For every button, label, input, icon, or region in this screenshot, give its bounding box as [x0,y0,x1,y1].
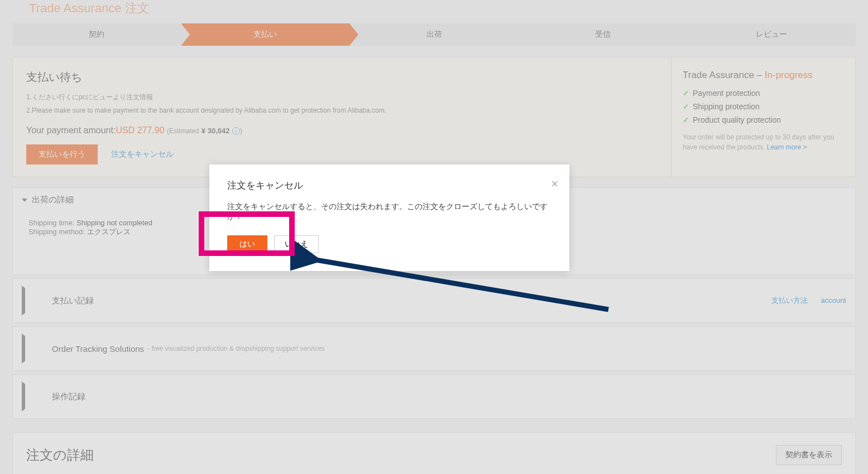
cancel-order-modal: × 注文をキャンセル 注文をキャンセルすると、その注文は失われます。この注文をク… [209,165,569,271]
order-tracking-title: Order Tracking Solutions [52,344,144,354]
operation-log-header[interactable]: 操作記録 [13,375,855,418]
check-icon: ✓ [683,102,689,111]
payment-amount-line: Your payment amount:USD 277.90 (Estimate… [26,125,658,136]
order-tracking-panel: Order Tracking Solutions - free visualiz… [12,326,856,371]
caret-right-icon [22,333,47,364]
modal-title: 注文をキャンセル [227,179,552,192]
payment-estimated-label: (Estimated [167,127,199,135]
order-tracking-header[interactable]: Order Tracking Solutions - free visualiz… [13,327,855,370]
show-contract-button[interactable]: 契約書を表示 [776,445,842,465]
payment-amount-value: USD 277.90 [116,125,164,135]
learn-more-link[interactable]: Learn more > [767,143,807,151]
protection-quality: ✓Product quality protection [683,115,844,124]
payment-waiting-title: 支払い待ち [26,70,658,85]
page-title: Trade Assurance 注文 [12,0,856,23]
protection-payment: ✓Payment protection [683,89,844,98]
caret-right-icon [22,381,47,412]
payment-record-panel: 支払い記録 支払い方法 account [12,278,856,323]
payment-box: 支払い待ち 1.ください行くにpcにビューより注文情報 2.Please mak… [12,57,856,177]
shipping-method-value: エクスプレス [87,228,131,236]
ta-status: In-progress [765,70,813,80]
shipping-time-value: Shipping not completed [76,219,152,227]
confirm-yes-button[interactable]: はい [227,235,267,253]
step-shipping: 出荷 [349,23,518,46]
caret-down-icon [22,199,27,202]
protection-shipping: ✓Shipping protection [683,102,844,111]
check-icon: ✓ [683,89,689,98]
step-review: レビュー [687,23,856,46]
protection-label: Product quality protection [693,115,781,124]
info-icon[interactable]: i [232,127,240,135]
order-details-title: 注文の詳細 [26,446,776,464]
cancel-order-link[interactable]: 注文をキャンセル [111,149,174,158]
shipping-method-label: Shipping method: [28,228,87,236]
shipping-time-label: Shipping time: [28,219,76,227]
caret-right-icon [22,286,47,316]
protection-note: Your order will be protected up to 30 da… [683,132,844,152]
shipping-details-title: 出荷の詳細 [32,195,74,205]
modal-body-text: 注文をキャンセルすると、その注文は失われます。この注文をクローズしてもよろしいで… [227,202,552,222]
ta-dash: – [754,70,765,80]
payment-yen-value: ¥ 30,042 [202,127,230,135]
protection-label: Payment protection [693,89,760,98]
account-link[interactable]: account [821,296,846,304]
payment-note-1: 1.ください行くにpcにビューより注文情報 [26,93,658,102]
payment-amount-label: Your payment amount: [26,125,116,135]
step-payment: 支払い [181,23,349,46]
close-icon[interactable]: × [551,177,558,191]
paren-close: ) [240,127,242,135]
step-receive: 受信 [519,23,687,46]
payment-note-2: 2.Please make sure to make payment to th… [26,107,658,114]
order-details-block: 注文の詳細 契約書を表示 注文番号 サプライ [12,432,856,474]
payment-record-title: 支払い記録 [52,296,94,306]
order-tracking-sub: - free visualized production & dropshipp… [147,345,325,352]
ta-label: Trade Assurance [683,70,754,80]
protection-note-text: Your order will be protected up to 30 da… [683,133,834,151]
operation-log-title: 操作記録 [52,391,85,402]
payment-record-header[interactable]: 支払い記録 支払い方法 account [13,279,855,322]
payment-method-link[interactable]: 支払い方法 [771,296,808,304]
check-icon: ✓ [683,115,689,124]
confirm-no-button[interactable]: いいえ [274,235,319,253]
progress-steps: 契約 支払い 出荷 受信 レビュー [12,23,856,46]
protection-label: Shipping protection [693,102,760,111]
pay-button[interactable]: 支払いを行う [26,144,98,165]
operation-log-panel: 操作記録 [12,374,856,419]
step-contract: 契約 [12,23,181,46]
trade-assurance-title: Trade Assurance – In-progress [683,70,844,81]
